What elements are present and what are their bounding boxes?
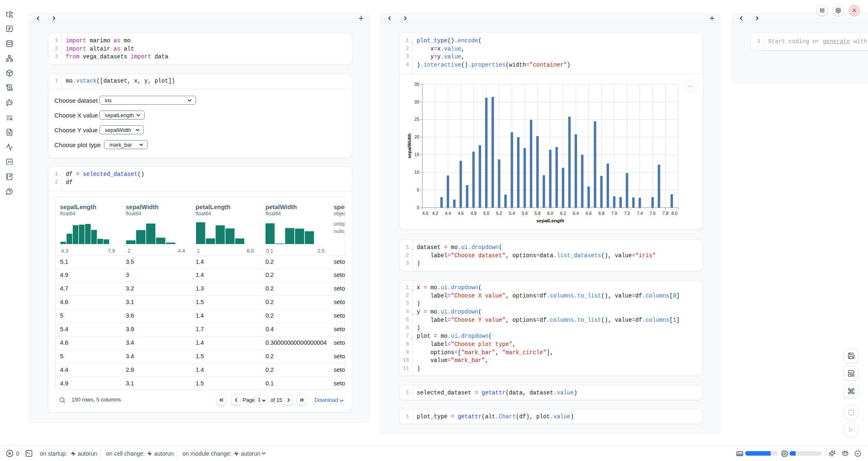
svg-text:25: 25 — [414, 117, 419, 122]
svg-text:7.0: 7.0 — [611, 211, 617, 216]
svg-text:0: 0 — [417, 205, 419, 210]
svg-text:sepalLength: sepalLength — [536, 218, 564, 223]
svg-text:6.6: 6.6 — [586, 211, 592, 216]
svg-text:35: 35 — [414, 82, 419, 87]
svg-text:5.0: 5.0 — [483, 211, 489, 216]
svg-text:30: 30 — [414, 99, 419, 104]
svg-text:4.4: 4.4 — [445, 211, 451, 216]
svg-text:7.4: 7.4 — [637, 211, 643, 216]
svg-text:15: 15 — [414, 152, 419, 157]
svg-text:5.6: 5.6 — [522, 211, 528, 216]
svg-text:8.0: 8.0 — [672, 211, 678, 216]
svg-text:4.8: 4.8 — [471, 211, 477, 216]
svg-text:4.6: 4.6 — [458, 211, 464, 216]
svg-text:6.0: 6.0 — [547, 211, 554, 216]
svg-text:7.2: 7.2 — [624, 211, 630, 216]
svg-text:5.8: 5.8 — [534, 211, 540, 216]
svg-text:5.2: 5.2 — [496, 211, 502, 216]
svg-text:sepalWidth: sepalWidth — [407, 133, 412, 158]
svg-text:4.0: 4.0 — [422, 211, 428, 216]
svg-text:20: 20 — [414, 134, 419, 139]
svg-text:10: 10 — [414, 170, 419, 175]
svg-text:6.2: 6.2 — [560, 211, 566, 216]
svg-text:7.8: 7.8 — [663, 211, 669, 216]
svg-text:5: 5 — [417, 187, 419, 192]
svg-text:4.2: 4.2 — [432, 211, 438, 216]
svg-text:6.8: 6.8 — [598, 211, 605, 216]
svg-text:5.4: 5.4 — [509, 211, 515, 216]
svg-text:6.4: 6.4 — [573, 211, 579, 216]
svg-text:7.6: 7.6 — [650, 211, 656, 216]
